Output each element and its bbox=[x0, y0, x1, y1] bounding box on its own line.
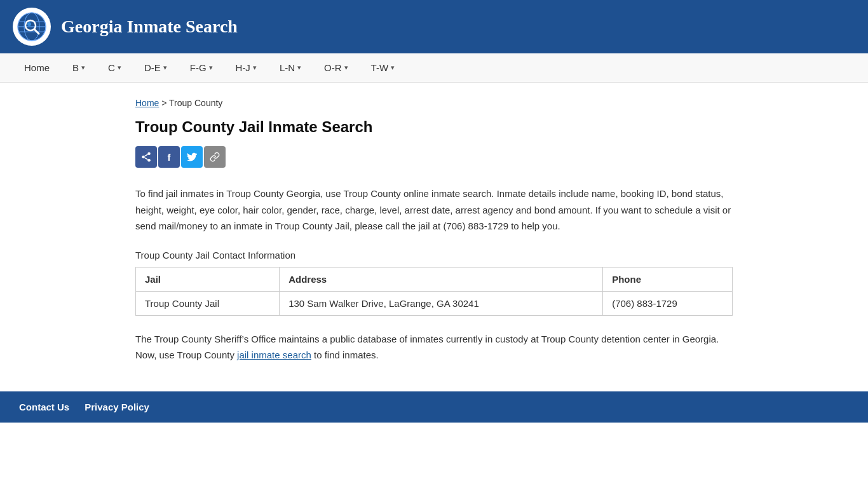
jail-inmate-search-link[interactable]: jail inmate search bbox=[237, 349, 311, 360]
svg-point-9 bbox=[147, 152, 151, 156]
site-logo bbox=[13, 8, 51, 46]
table-row: Troup County Jail 130 Sam Walker Drive, … bbox=[136, 291, 733, 315]
nav-hj[interactable]: H-J ▾ bbox=[224, 53, 268, 82]
nav-home[interactable]: Home bbox=[13, 53, 61, 82]
site-nav: Home B ▾ C ▾ D-E ▾ F-G ▾ H-J ▾ L-N ▾ O-R… bbox=[0, 53, 868, 83]
svg-line-12 bbox=[144, 158, 147, 159]
table-header: Jail Address Phone bbox=[136, 267, 733, 291]
chevron-down-icon: ▾ bbox=[81, 64, 85, 72]
chevron-down-icon: ▾ bbox=[118, 64, 121, 72]
copy-link-button[interactable] bbox=[204, 146, 226, 168]
nav-de[interactable]: D-E ▾ bbox=[133, 53, 179, 82]
svg-point-11 bbox=[147, 159, 151, 162]
site-footer: Contact Us Privacy Policy bbox=[0, 391, 868, 423]
additional-text-before: The Troup County Sheriff’s Office mainta… bbox=[135, 334, 719, 361]
jail-info-table: Jail Address Phone Troup County Jail 130… bbox=[135, 267, 733, 316]
twitter-button[interactable] bbox=[181, 146, 203, 168]
footer-contact-link[interactable]: Contact Us bbox=[19, 402, 69, 412]
svg-line-13 bbox=[144, 154, 147, 156]
nav-ln[interactable]: L-N ▾ bbox=[268, 53, 313, 82]
chevron-down-icon: ▾ bbox=[297, 64, 301, 72]
social-share-bar: f bbox=[135, 146, 733, 168]
additional-description: The Troup County Sheriff’s Office mainta… bbox=[135, 331, 733, 363]
description-text: To find jail inmates in Troup County Geo… bbox=[135, 186, 733, 234]
footer-privacy-link[interactable]: Privacy Policy bbox=[85, 402, 149, 412]
share-button[interactable] bbox=[135, 146, 157, 168]
jail-phone: (706) 883-1729 bbox=[603, 291, 733, 315]
nav-c[interactable]: C ▾ bbox=[97, 53, 133, 82]
svg-point-8 bbox=[27, 22, 31, 26]
chevron-down-icon: ▾ bbox=[209, 64, 213, 72]
jail-address: 130 Sam Walker Drive, LaGrange, GA 30241 bbox=[280, 291, 603, 315]
contact-info-heading: Troup County Jail Contact Information bbox=[135, 250, 733, 261]
jail-name: Troup County Jail bbox=[136, 291, 280, 315]
chevron-down-icon: ▾ bbox=[253, 64, 257, 72]
chevron-down-icon: ▾ bbox=[344, 64, 348, 72]
nav-tw[interactable]: T-W ▾ bbox=[360, 53, 407, 82]
main-content: Home > Troup County Troup County Jail In… bbox=[123, 83, 745, 379]
breadcrumb-home-link[interactable]: Home bbox=[135, 98, 159, 108]
chevron-down-icon: ▾ bbox=[163, 64, 167, 72]
facebook-button[interactable]: f bbox=[158, 146, 180, 168]
nav-b[interactable]: B ▾ bbox=[61, 53, 97, 82]
additional-text-after: to find inmates. bbox=[311, 349, 379, 360]
svg-point-10 bbox=[142, 156, 145, 159]
breadcrumb-separator: > bbox=[161, 98, 169, 108]
page-title: Troup County Jail Inmate Search bbox=[135, 118, 733, 136]
col-phone: Phone bbox=[603, 267, 733, 291]
nav-fg[interactable]: F-G ▾ bbox=[179, 53, 224, 82]
table-body: Troup County Jail 130 Sam Walker Drive, … bbox=[136, 291, 733, 315]
table-header-row: Jail Address Phone bbox=[136, 267, 733, 291]
site-title: Georgia Inmate Search bbox=[61, 17, 238, 37]
chevron-down-icon: ▾ bbox=[391, 64, 395, 72]
breadcrumb-current: Troup County bbox=[169, 98, 222, 108]
col-jail: Jail bbox=[136, 267, 280, 291]
site-header: Georgia Inmate Search bbox=[0, 0, 868, 53]
col-address: Address bbox=[280, 267, 603, 291]
nav-or[interactable]: O-R ▾ bbox=[313, 53, 360, 82]
breadcrumb: Home > Troup County bbox=[135, 98, 733, 108]
